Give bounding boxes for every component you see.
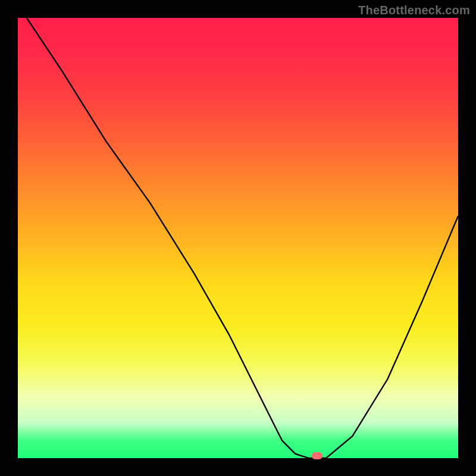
curve-svg (18, 18, 458, 458)
plot-area (18, 18, 458, 458)
optimal-point-marker (312, 452, 322, 459)
chart-container: TheBottleneck.com (0, 0, 476, 476)
watermark-label: TheBottleneck.com (358, 4, 470, 17)
bottleneck-curve (27, 18, 458, 458)
